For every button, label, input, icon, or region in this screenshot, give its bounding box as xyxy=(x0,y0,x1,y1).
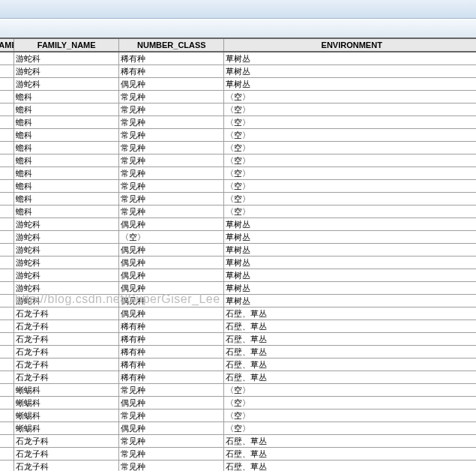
cell-environment[interactable]: 〈空〉 xyxy=(224,154,476,167)
cell-number-class[interactable]: 常见种 xyxy=(119,167,224,180)
cell-family-name[interactable]: 石龙子科 xyxy=(14,448,119,460)
cell-environment[interactable]: 〈空〉 xyxy=(224,384,476,397)
cell-family-name[interactable]: 游蛇科 xyxy=(14,269,119,282)
cell-number-class[interactable]: 常见种 xyxy=(119,180,224,193)
cell-family-name[interactable]: 蟾科 xyxy=(14,206,119,218)
cell-environment[interactable]: 〈空〉 xyxy=(224,422,476,435)
cell-number-class[interactable]: 常见种 xyxy=(119,154,224,167)
cell-environment[interactable]: 〈空〉 xyxy=(224,142,476,154)
table-row[interactable]: 目蟾科常见种〈空〉 xyxy=(0,142,476,154)
cell-environment[interactable]: 草树丛 xyxy=(224,65,476,78)
cell-family-name[interactable]: 游蛇科 xyxy=(14,244,119,256)
cell-family-name[interactable]: 游蛇科 xyxy=(14,65,119,78)
cell-environment[interactable]: 石壁、草丛 xyxy=(224,333,476,346)
cell-family-name[interactable]: 蟾科 xyxy=(14,154,119,167)
cell-environment[interactable]: 石壁、草丛 xyxy=(224,308,476,320)
cell-number-class[interactable]: 常见种 xyxy=(119,448,224,460)
cell-number-class[interactable]: 偶见种 xyxy=(119,78,224,91)
cell-order-name[interactable]: 目 xyxy=(0,460,14,472)
cell-number-class[interactable]: 偶见种 xyxy=(119,244,224,256)
cell-family-name[interactable]: 石龙子科 xyxy=(14,358,119,371)
cell-family-name[interactable]: 游蛇科 xyxy=(14,282,119,295)
cell-environment[interactable]: 石壁、草丛 xyxy=(224,358,476,371)
cell-order-name[interactable]: 目 xyxy=(0,78,14,91)
table-row[interactable]: 目蟾科常见种〈空〉 xyxy=(0,154,476,167)
cell-environment[interactable]: 〈空〉 xyxy=(224,116,476,129)
cell-family-name[interactable]: 石龙子科 xyxy=(14,371,119,384)
cell-environment[interactable]: 〈空〉 xyxy=(224,180,476,193)
table-row[interactable]: 目石龙子科常见种石壁、草丛 xyxy=(0,448,476,460)
cell-number-class[interactable]: 偶见种 xyxy=(119,218,224,231)
cell-order-name[interactable]: 目 xyxy=(0,384,14,397)
cell-number-class[interactable]: 稀有种 xyxy=(119,346,224,358)
cell-family-name[interactable]: 蟾科 xyxy=(14,116,119,129)
cell-order-name[interactable]: 目 xyxy=(0,180,14,193)
cell-order-name[interactable]: 目 xyxy=(0,167,14,180)
data-grid[interactable]: DER_NAME FAMILY_NAME NUMBER_CLASS ENVIRO… xyxy=(0,38,476,471)
cell-environment[interactable]: 草树丛 xyxy=(224,218,476,231)
table-row[interactable]: 目石龙子科稀有种石壁、草丛 xyxy=(0,320,476,333)
cell-environment[interactable]: 草树丛 xyxy=(224,269,476,282)
cell-environment[interactable]: 〈空〉 xyxy=(224,167,476,180)
cell-order-name[interactable]: 目 xyxy=(0,448,14,460)
cell-number-class[interactable]: 偶见种 xyxy=(119,397,224,410)
cell-family-name[interactable]: 游蛇科 xyxy=(14,52,119,65)
table-row[interactable]: 目游蛇科偶见种草树丛 xyxy=(0,269,476,282)
cell-number-class[interactable]: 稀有种 xyxy=(119,320,224,333)
table-row[interactable]: 目蟾科常见种〈空〉 xyxy=(0,180,476,193)
cell-family-name[interactable]: 蟾科 xyxy=(14,180,119,193)
table-row[interactable]: 目石龙子科常见种石壁、草丛 xyxy=(0,435,476,448)
cell-family-name[interactable]: 游蛇科 xyxy=(14,78,119,91)
cell-order-name[interactable]: 目 xyxy=(0,65,14,78)
cell-environment[interactable]: 石壁、草丛 xyxy=(224,448,476,460)
cell-family-name[interactable]: 蟾科 xyxy=(14,91,119,104)
cell-family-name[interactable]: 蟾科 xyxy=(14,167,119,180)
cell-number-class[interactable]: 偶见种 xyxy=(119,269,224,282)
cell-family-name[interactable]: 蜥蜴科 xyxy=(14,410,119,422)
cell-number-class[interactable]: 常见种 xyxy=(119,384,224,397)
table-row[interactable]: 目游蛇科偶见种草树丛 xyxy=(0,78,476,91)
cell-order-name[interactable]: 目 xyxy=(0,256,14,269)
cell-number-class[interactable]: 常见种 xyxy=(119,91,224,104)
cell-number-class[interactable]: 稀有种 xyxy=(119,65,224,78)
cell-environment[interactable]: 石壁、草丛 xyxy=(224,435,476,448)
cell-order-name[interactable]: 目 xyxy=(0,371,14,384)
cell-order-name[interactable]: 目 xyxy=(0,206,14,218)
table-row[interactable]: 目蟾科常见种〈空〉 xyxy=(0,206,476,218)
table-row[interactable]: 目石龙子科稀有种石壁、草丛 xyxy=(0,358,476,371)
cell-order-name[interactable]: 目 xyxy=(0,91,14,104)
cell-order-name[interactable]: 目 xyxy=(0,129,14,142)
cell-number-class[interactable]: 常见种 xyxy=(119,435,224,448)
cell-order-name[interactable]: 目 xyxy=(0,410,14,422)
cell-number-class[interactable]: 稀有种 xyxy=(119,333,224,346)
cell-number-class[interactable]: 稀有种 xyxy=(119,371,224,384)
table-row[interactable]: 目游蛇科偶见种草树丛 xyxy=(0,218,476,231)
cell-family-name[interactable]: 蟾科 xyxy=(14,193,119,206)
table-row[interactable]: 目蟾科常见种〈空〉 xyxy=(0,167,476,180)
cell-family-name[interactable]: 石龙子科 xyxy=(14,346,119,358)
cell-number-class[interactable]: 偶见种 xyxy=(119,256,224,269)
col-header-family-name[interactable]: FAMILY_NAME xyxy=(14,38,119,52)
cell-environment[interactable]: 石壁、草丛 xyxy=(224,371,476,384)
cell-order-name[interactable]: 目 xyxy=(0,295,14,308)
cell-order-name[interactable]: 目 xyxy=(0,308,14,320)
cell-family-name[interactable]: 蜥蜴科 xyxy=(14,422,119,435)
cell-number-class[interactable]: 偶见种 xyxy=(119,422,224,435)
table-row[interactable]: 目石龙子科稀有种石壁、草丛 xyxy=(0,333,476,346)
cell-family-name[interactable]: 游蛇科 xyxy=(14,218,119,231)
cell-family-name[interactable]: 游蛇科 xyxy=(14,256,119,269)
cell-order-name[interactable]: 目 xyxy=(0,346,14,358)
cell-number-class[interactable]: 常见种 xyxy=(119,410,224,422)
cell-family-name[interactable]: 石龙子科 xyxy=(14,435,119,448)
cell-environment[interactable]: 〈空〉 xyxy=(224,206,476,218)
table-row[interactable]: 目石龙子科稀有种石壁、草丛 xyxy=(0,371,476,384)
cell-environment[interactable]: 草树丛 xyxy=(224,244,476,256)
cell-number-class[interactable]: 偶见种 xyxy=(119,308,224,320)
cell-order-name[interactable]: 目 xyxy=(0,435,14,448)
col-header-number-class[interactable]: NUMBER_CLASS xyxy=(119,38,224,52)
cell-environment[interactable]: 石壁、草丛 xyxy=(224,460,476,472)
col-header-environment[interactable]: ENVIRONMENT xyxy=(224,38,476,52)
cell-family-name[interactable]: 石龙子科 xyxy=(14,460,119,472)
cell-order-name[interactable]: 目 xyxy=(0,231,14,244)
table-row[interactable]: 目游蛇科稀有种草树丛 xyxy=(0,65,476,78)
